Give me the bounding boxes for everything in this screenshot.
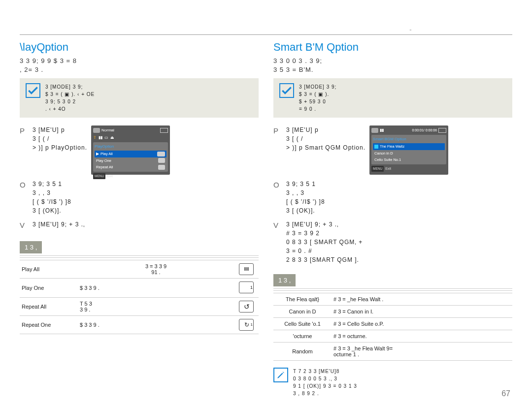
share-icon: ⇪ bbox=[93, 135, 97, 141]
page-number: 67 bbox=[501, 389, 510, 398]
check-icon bbox=[374, 145, 378, 149]
header-rule bbox=[20, 34, 512, 35]
mini-selected-row: The Flea Waltz bbox=[373, 143, 445, 150]
one-icon bbox=[239, 281, 254, 293]
left-tab: 1 3 , bbox=[20, 241, 42, 253]
right-footnote-text: T 7 2 3 3 [ME'U]8 0 3 8 0 0 5 3 .‚ 3 9 1… bbox=[293, 368, 357, 397]
repeat-all-icon bbox=[239, 301, 254, 312]
mini-exit: Exit bbox=[385, 166, 391, 172]
right-heading: Smart B'M Qption bbox=[273, 41, 512, 54]
pencil-icon bbox=[273, 368, 288, 382]
lock-icon: ⏏ bbox=[110, 135, 114, 141]
mini-selected-row: ▶ Play All bbox=[95, 151, 166, 157]
step-marker-v: V bbox=[20, 220, 27, 231]
all-icon: ⅢⅡ bbox=[239, 263, 254, 275]
step-marker-p: P bbox=[20, 125, 27, 175]
right-options-table: The Flea qalt}# 3 = _he Flea Walt . Cano… bbox=[273, 293, 512, 361]
mini-title: Smart BGM Option bbox=[373, 136, 445, 142]
table-row: The Flea qalt}# 3 = _he Flea Walt . bbox=[273, 293, 512, 306]
table-row: Repeat One $ 3 3 9 . bbox=[20, 315, 259, 334]
folder-icon: ▭ bbox=[104, 135, 108, 141]
left-heading: \layQption bbox=[20, 41, 259, 54]
mini-row: Canon in D bbox=[373, 150, 445, 156]
right-note-text: 3 [MODE] 3 9; $ 3 = ( ▣ ). $ + 59 3 0 = … bbox=[299, 83, 336, 113]
mini-time: 0:00:01/ 0:00:06 bbox=[412, 128, 437, 133]
step-marker-v: V bbox=[273, 220, 280, 264]
repeat-one-icon bbox=[239, 319, 254, 331]
mini-row: Repeat All bbox=[95, 164, 166, 170]
check-icon bbox=[279, 83, 294, 98]
left-step-v: 3 [ME'U] 9; + 3 .‚ bbox=[33, 220, 259, 231]
play-icon: ▶ bbox=[96, 151, 99, 156]
right-lead: 3 3 0 0 3 . 3 9; 3 5 3 = B'M. bbox=[273, 57, 512, 74]
left-options-table: Play All 3 = 3 3 9 91 . ⅢⅡ Play One $ 3 … bbox=[20, 260, 259, 334]
left-mini-preview: Normal ⇪ ▮▮ ▭ ⏏ PlayOption bbox=[91, 125, 170, 175]
table-row: Random# 3 = 3 _he Flea Walt 9= octurne 1… bbox=[273, 343, 512, 361]
left-lead: 3 3 9; 9 9 $ 3 = 8 , 2= 3 . bbox=[20, 57, 259, 74]
right-mini-preview: ▮▮ 0:00:01/ 0:00:06 Smart BGM Option The… bbox=[369, 125, 448, 175]
mini-row: Play One bbox=[95, 157, 166, 164]
pause-icon: ▮▮ bbox=[99, 135, 102, 141]
camera-icon bbox=[371, 128, 378, 133]
step-marker-o: O bbox=[273, 180, 280, 215]
left-note: 3 [MODE] 3 9; $ 3 = ( ▣ ). ‹ + OE 3 9; 5… bbox=[20, 78, 259, 118]
battery-icon bbox=[160, 128, 168, 133]
table-row: 'octurne# 3 = octurne. bbox=[273, 330, 512, 343]
battery-icon bbox=[438, 128, 446, 133]
menu-button-icon: MENU bbox=[93, 173, 105, 179]
mini-title: PlayOption bbox=[95, 144, 166, 150]
mini-row: Cello Suite No.1 bbox=[373, 156, 445, 163]
header-quote: " bbox=[410, 29, 411, 33]
right-footnote: T 7 2 3 3 [ME'U]8 0 3 8 0 0 5 3 .‚ 3 9 1… bbox=[273, 365, 512, 397]
camera-icon bbox=[93, 128, 100, 133]
table-row: Play One $ 3 3 9 . bbox=[20, 278, 259, 297]
left-step-p: 3 [ME'U] p 3 [ ( / > )] p PlayOption. bbox=[33, 125, 87, 152]
check-icon bbox=[26, 83, 40, 98]
right-step-p: 3 [ME'U] p 3 [ ( / > )] p Smart QGM Opti… bbox=[286, 125, 366, 152]
step-marker-o: O bbox=[20, 180, 27, 215]
table-row: Repeat All T 5 3 3 9 . bbox=[20, 297, 259, 315]
table-row: Cello Suite 'o.1# 3 = Cello Suite o.P. bbox=[273, 318, 512, 330]
table-row: Canon in D# 3 = Canon in I. bbox=[273, 306, 512, 318]
mini-normal: Normal bbox=[101, 127, 114, 133]
mini-exit: Exit bbox=[107, 174, 113, 179]
right-tab: 1 3 , bbox=[273, 274, 296, 286]
step-marker-p: P bbox=[273, 125, 280, 175]
left-note-text: 3 [MODE] 3 9; $ 3 = ( ▣ ). ‹ + OE 3 9; 5… bbox=[45, 83, 95, 113]
left-step-o: 3 9; 3 5 1 3 , , 3 [ ( $ '/I$ ') ]8 3 [ … bbox=[33, 180, 259, 215]
right-step-o: 3 9; 3 5 1 3 , , 3 [ ( $ '/I$ ') ]8 3 [ … bbox=[286, 180, 512, 215]
all-icon bbox=[157, 152, 165, 156]
right-note: 3 [MODE] 3 9; $ 3 = ( ▣ ). $ + 59 3 0 = … bbox=[273, 78, 512, 118]
left-column: \layQption 3 3 9; 9 9 $ 3 = 8 , 2= 3 . 3… bbox=[20, 41, 259, 405]
right-step-v: 3 [ME'U] 9; + 3 .‚ # 3 = 3 9 2 0 8 3 3 [… bbox=[286, 220, 512, 264]
right-column: Smart B'M Qption 3 3 0 0 3 . 3 9; 3 5 3 … bbox=[273, 41, 512, 405]
menu-button-icon: MENU bbox=[371, 166, 384, 172]
table-row: Play All 3 = 3 3 9 91 . ⅢⅡ bbox=[20, 260, 259, 278]
play-icon: ▮▮ bbox=[380, 127, 384, 133]
